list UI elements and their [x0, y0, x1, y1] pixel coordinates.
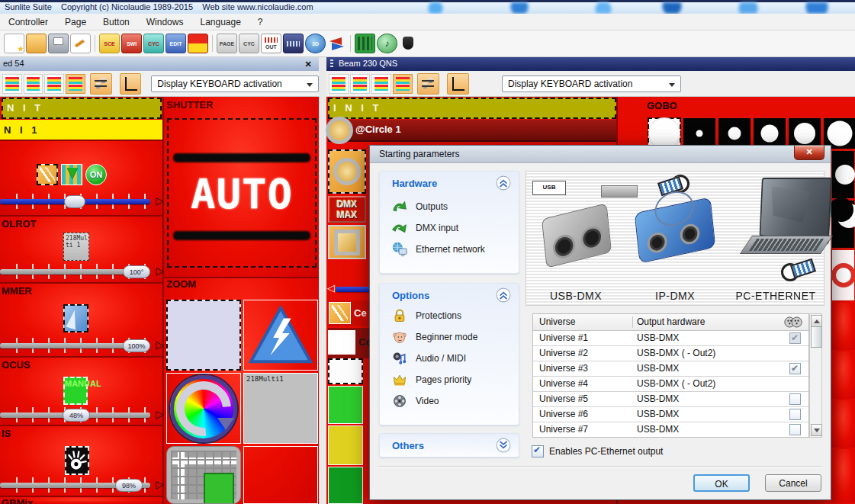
cycle-button[interactable]: CYC	[143, 34, 164, 53]
view-list-button[interactable]	[66, 74, 85, 94]
gobo-crescent-cell[interactable]	[831, 200, 855, 249]
slider-handle[interactable]: 48%	[63, 409, 90, 422]
init-preset-button[interactable]: N I T	[2, 98, 162, 119]
table-row[interactable]: Universe #2 USB-DMX ( - Out2)	[533, 346, 808, 361]
iris-preset-tile[interactable]	[65, 446, 89, 475]
slider-arrow-icon[interactable]: ▷	[156, 478, 164, 490]
pc-ethernet-checkbox[interactable]	[532, 445, 544, 457]
slider-arrow-icon[interactable]: ▷	[156, 194, 164, 207]
page-colors-icon[interactable]	[188, 34, 208, 53]
shutter-display[interactable]: AUTO	[167, 118, 317, 268]
slider-arrow-icon[interactable]: ▷	[156, 408, 164, 420]
ok-button[interactable]: OK	[693, 474, 750, 492]
view-list-button[interactable]	[393, 74, 413, 94]
cancel-button[interactable]: Cancel	[765, 474, 821, 492]
nav-item-pages-priority[interactable]: Pages priority	[391, 371, 471, 389]
open-file-icon[interactable]	[26, 34, 47, 53]
close-icon[interactable]: ✕	[794, 146, 824, 160]
view-large-button[interactable]	[371, 74, 391, 94]
table-row[interactable]: Universe #3 USB-DMX	[533, 361, 808, 377]
focus-slider[interactable]: 48% ▷	[0, 406, 162, 423]
zoom-colorwheel-tile[interactable]	[166, 373, 241, 444]
slider-arrow-icon[interactable]: ▷	[156, 339, 164, 351]
output-checkbox[interactable]	[789, 363, 801, 374]
nav-item-outputs[interactable]: Outputs	[391, 197, 448, 216]
matrix-panel-icon[interactable]	[355, 34, 375, 53]
transfer-arrows-icon[interactable]	[327, 34, 346, 53]
nav-item-ethernet[interactable]: Ethernet network	[391, 240, 485, 258]
output-checkbox[interactable]	[789, 393, 801, 405]
output-checkbox[interactable]	[789, 409, 801, 420]
menu-page[interactable]: Page	[56, 14, 95, 30]
iris-slider[interactable]: 98% ▷	[0, 477, 162, 493]
cycle-window-button[interactable]: CYC	[239, 34, 259, 53]
display-mode-dropdown[interactable]: Display KEYBOARD activation	[151, 75, 319, 92]
pc-ethernet-checkbox-row[interactable]: Enables PC-Ethernet output	[532, 445, 663, 457]
red-cell[interactable]	[831, 400, 855, 448]
view-compact-button[interactable]	[2, 74, 22, 94]
color-darkgreen-swatch[interactable]	[328, 467, 363, 504]
on-button[interactable]: ON	[85, 164, 107, 185]
color-row-button[interactable]: Co	[328, 328, 369, 358]
gobo-circle-cell[interactable]	[831, 150, 855, 199]
table-row[interactable]: Universe #1 USB-DMX	[533, 331, 808, 346]
zoom-multi-preset-tile[interactable]: 218Multi1	[243, 373, 318, 444]
switch-button[interactable]: SWI	[121, 34, 142, 53]
edit-page-button[interactable]: EDIT	[166, 34, 186, 53]
chevron-up-icon[interactable]	[496, 287, 511, 303]
column-divider[interactable]	[632, 316, 633, 328]
nav-item-audio-midi[interactable]: Audio / MIDI	[391, 349, 466, 368]
red-cell[interactable]	[831, 352, 855, 399]
nav-item-dmx-input[interactable]: DMX input	[391, 219, 458, 237]
table-row[interactable]: Universe #5 USB-DMX	[533, 392, 808, 407]
slider-handle[interactable]	[64, 195, 85, 208]
table-scrollbar[interactable]	[809, 313, 822, 438]
chevron-up-icon[interactable]	[496, 175, 511, 191]
circle-mode-tile[interactable]	[328, 149, 366, 194]
dimmer-preset-tile[interactable]	[63, 304, 88, 332]
table-row[interactable]: Universe #4 USB-DMX ( - Out2)	[533, 377, 808, 392]
menu-windows[interactable]: Windows	[138, 14, 192, 30]
fixture-icon[interactable]	[399, 34, 418, 53]
faders-view-button[interactable]	[90, 73, 112, 95]
color-yellow-swatch[interactable]	[328, 425, 363, 465]
table-row[interactable]: Universe #6 USB-DMX	[533, 407, 808, 422]
console-window-icon[interactable]	[283, 34, 304, 53]
square-mode-tile[interactable]	[328, 225, 366, 259]
strip-slider[interactable]	[336, 281, 371, 297]
menu-language[interactable]: Language	[191, 14, 249, 30]
3d-view-button[interactable]: 3D	[305, 34, 326, 53]
menu-button[interactable]: Button	[95, 14, 138, 30]
red-cell[interactable]	[831, 449, 855, 502]
zoom-blank-tile[interactable]	[166, 300, 241, 371]
init-preset-button[interactable]: I N I T	[328, 98, 616, 119]
circle-preset-button[interactable]: @Circle 1	[328, 120, 616, 142]
app-titlebar[interactable]: Sunlite Suite Copyright (c) Nicolaudie 1…	[0, 0, 855, 14]
table-row[interactable]: Universe #7 USB-DMX	[533, 422, 808, 438]
dimmer-slider[interactable]: 100% ▷	[0, 337, 162, 354]
scroll-down-icon[interactable]	[811, 424, 822, 436]
beam-preset-tile[interactable]	[37, 164, 58, 185]
page-button[interactable]: PAGE	[217, 34, 237, 53]
center-row-button[interactable]: Ce	[328, 300, 369, 326]
setup-tools-icon[interactable]	[70, 34, 91, 53]
output-checkbox[interactable]	[789, 424, 801, 435]
xy-view-button[interactable]	[120, 73, 142, 95]
view-large-button[interactable]	[44, 74, 64, 94]
menu-controller[interactable]: Controller	[0, 14, 56, 30]
colrot-preset-button[interactable]: 218Mul ti 1	[63, 233, 89, 261]
dialog-titlebar[interactable]: Starting parameters ✕	[370, 146, 831, 163]
color-green-swatch[interactable]	[328, 386, 363, 424]
display-mode-dropdown[interactable]: Display KEYBOARD activation	[502, 75, 681, 92]
nav-item-video[interactable]: Video	[391, 392, 439, 410]
xy-view-button[interactable]	[447, 73, 469, 95]
matrix-drop-tile[interactable]	[61, 164, 82, 185]
save-icon[interactable]	[48, 34, 69, 53]
init1-preset-button[interactable]: N I 1	[0, 120, 162, 141]
scroll-up-icon[interactable]	[811, 315, 822, 327]
window-titlebar[interactable]: Beam 230 QNS	[326, 57, 855, 71]
slider-handle[interactable]: 100°	[123, 265, 150, 278]
zoom-empty-tile[interactable]	[243, 446, 318, 504]
audio-player-icon[interactable]: ♪	[377, 34, 397, 53]
slider-handle[interactable]: 100%	[123, 339, 150, 352]
